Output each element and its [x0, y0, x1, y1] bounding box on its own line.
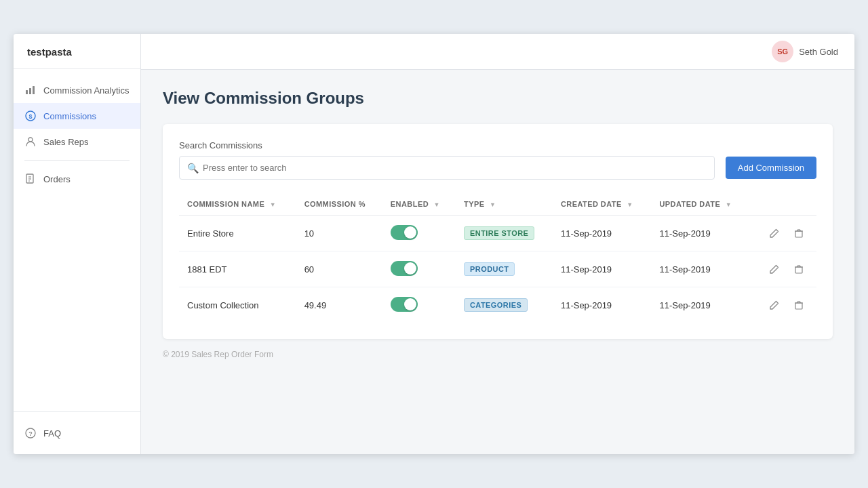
cell-created-date: 11-Sep-2019 — [553, 216, 652, 251]
cell-created-date: 11-Sep-2019 — [553, 287, 652, 323]
svg-text:?: ? — [28, 430, 33, 437]
col-actions — [750, 193, 816, 216]
cell-type: PRODUCT — [456, 251, 553, 287]
cell-created-date: 11-Sep-2019 — [553, 251, 652, 287]
svg-rect-0 — [26, 90, 28, 94]
cell-updated-date: 11-Sep-2019 — [651, 216, 750, 251]
sidebar-nav: Commission Analytics $ Commissions — [14, 69, 140, 411]
table-row: Entire Store 10 ENTIRE STORE 11-Sep-2019… — [179, 216, 816, 251]
col-commission-name: COMMISSION NAME ▼ — [179, 193, 296, 216]
cell-enabled — [382, 216, 456, 251]
type-badge: PRODUCT — [464, 262, 515, 276]
cell-type: CATEGORIES — [456, 287, 553, 323]
cell-actions — [750, 287, 816, 323]
col-updated-date: UPDATED DATE ▼ — [651, 193, 750, 216]
sort-icon-enabled: ▼ — [434, 201, 440, 208]
toggle-enabled[interactable] — [391, 225, 418, 240]
search-input[interactable] — [179, 156, 715, 180]
search-label: Search Commissions — [179, 140, 816, 150]
svg-rect-2 — [33, 86, 35, 94]
user-info: SG Seth Gold — [772, 41, 838, 62]
sort-icon-updated: ▼ — [726, 201, 732, 208]
toggle-enabled[interactable] — [391, 261, 418, 276]
sidebar-item-commissions[interactable]: $ Commissions — [14, 103, 140, 129]
cell-commission-name: 1881 EDT — [179, 251, 296, 287]
table-header: COMMISSION NAME ▼ COMMISSION % ENABLED ▼… — [179, 193, 816, 216]
col-created-date: CREATED DATE ▼ — [553, 193, 652, 216]
add-commission-button[interactable]: Add Commission — [726, 157, 816, 179]
svg-rect-22 — [795, 303, 802, 309]
action-icons — [758, 224, 808, 243]
action-icons — [758, 260, 808, 279]
edit-icon[interactable] — [765, 224, 784, 243]
chart-icon — [24, 84, 37, 96]
sidebar-item-orders[interactable]: Orders — [14, 166, 140, 192]
help-icon: ? — [24, 427, 37, 439]
page-title: View Commission Groups — [163, 89, 833, 108]
sidebar-label-commissions: Commissions — [43, 111, 96, 121]
svg-point-5 — [28, 138, 33, 142]
top-header: SG Seth Gold — [141, 34, 854, 70]
type-badge: CATEGORIES — [464, 298, 528, 312]
svg-text:$: $ — [28, 113, 32, 120]
nav-divider — [24, 160, 130, 161]
cell-commission-pct: 49.49 — [296, 287, 382, 323]
col-enabled: ENABLED ▼ — [382, 193, 456, 216]
edit-icon[interactable] — [765, 260, 784, 279]
sidebar-label-orders: Orders — [43, 174, 71, 184]
table-row: 1881 EDT 60 PRODUCT 11-Sep-2019 11-Sep-2… — [179, 251, 816, 287]
commission-table: COMMISSION NAME ▼ COMMISSION % ENABLED ▼… — [179, 193, 816, 323]
sidebar-label-faq: FAQ — [43, 428, 61, 439]
svg-rect-12 — [795, 231, 802, 237]
user-name: Seth Gold — [799, 47, 838, 57]
cell-type: ENTIRE STORE — [456, 216, 553, 251]
col-commission-pct: COMMISSION % — [296, 193, 382, 216]
cell-enabled — [382, 287, 456, 323]
cell-actions — [750, 251, 816, 287]
sort-icon-name: ▼ — [270, 201, 276, 208]
cell-updated-date: 11-Sep-2019 — [651, 287, 750, 323]
app-container: testpasta Commission Analytics $ — [14, 34, 854, 454]
orders-icon — [24, 173, 37, 185]
sort-icon-created: ▼ — [627, 201, 633, 208]
sidebar-item-commission-analytics[interactable]: Commission Analytics — [14, 77, 140, 103]
sidebar-label-sales-reps: Sales Reps — [43, 137, 88, 147]
footer: © 2019 Sales Rep Order Form — [163, 339, 833, 359]
cell-commission-pct: 60 — [296, 251, 382, 287]
action-icons — [758, 296, 808, 314]
cell-commission-pct: 10 — [296, 216, 382, 251]
type-badge: ENTIRE STORE — [464, 226, 534, 240]
search-input-wrapper: 🔍 — [179, 156, 715, 180]
person-icon — [24, 136, 37, 148]
sidebar-logo: testpasta — [14, 34, 140, 69]
cell-commission-name: Entire Store — [179, 216, 296, 251]
search-icon: 🔍 — [187, 163, 199, 174]
sidebar-item-sales-reps[interactable]: Sales Reps — [14, 129, 140, 155]
page-body: View Commission Groups Search Commission… — [141, 70, 854, 454]
dollar-icon: $ — [24, 110, 37, 122]
toggle-enabled[interactable] — [391, 297, 418, 312]
edit-icon[interactable] — [765, 296, 784, 314]
user-avatar: SG — [772, 41, 793, 62]
delete-icon[interactable] — [789, 296, 808, 314]
search-row: 🔍 Add Commission — [179, 156, 816, 180]
main-content: SG Seth Gold View Commission Groups Sear… — [141, 34, 854, 454]
delete-icon[interactable] — [789, 224, 808, 243]
cell-actions — [750, 216, 816, 251]
sidebar-item-faq[interactable]: ? FAQ — [14, 420, 140, 446]
main-card: Search Commissions 🔍 Add Commission COMM… — [163, 124, 833, 339]
svg-rect-1 — [29, 88, 31, 94]
sidebar: testpasta Commission Analytics $ — [14, 34, 141, 454]
svg-rect-17 — [795, 267, 802, 273]
delete-icon[interactable] — [789, 260, 808, 279]
table-body: Entire Store 10 ENTIRE STORE 11-Sep-2019… — [179, 216, 816, 323]
sidebar-faq-section: ? FAQ — [14, 411, 140, 454]
col-type: TYPE ▼ — [456, 193, 553, 216]
cell-enabled — [382, 251, 456, 287]
cell-updated-date: 11-Sep-2019 — [651, 251, 750, 287]
sort-icon-type: ▼ — [490, 201, 496, 208]
cell-commission-name: Custom Collection — [179, 287, 296, 323]
sidebar-label-commission-analytics: Commission Analytics — [43, 85, 129, 96]
table-row: Custom Collection 49.49 CATEGORIES 11-Se… — [179, 287, 816, 323]
